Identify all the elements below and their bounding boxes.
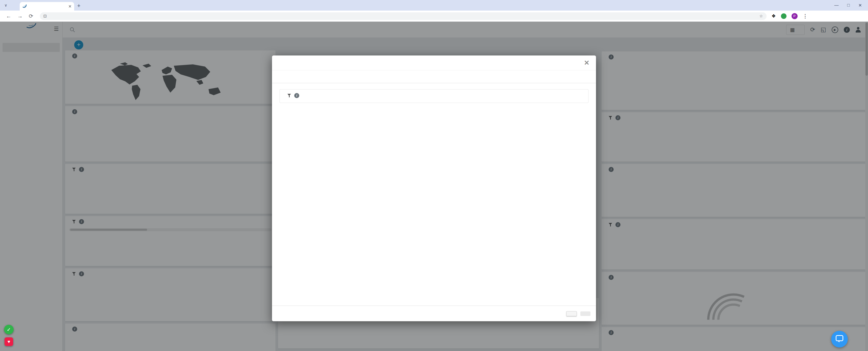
- browser-tabstrip: ∨ ✕ + — □ ✕: [0, 0, 868, 10]
- new-tab-button[interactable]: +: [77, 2, 81, 9]
- chat-bubble-icon: [836, 335, 843, 341]
- extension-green-icon[interactable]: [781, 13, 786, 19]
- browser-tab[interactable]: ✕: [20, 2, 74, 10]
- add-metric-modal: ✕ i: [272, 56, 596, 321]
- back-icon[interactable]: ←: [6, 13, 11, 19]
- status-red-button[interactable]: ♥: [4, 338, 13, 346]
- browser-toolbar: ← → ⟳ ⊡ ☆ ❖ P ⋮: [0, 10, 868, 22]
- cancel-button[interactable]: [566, 311, 577, 316]
- bookmark-star-icon[interactable]: ☆: [759, 13, 763, 19]
- save-button[interactable]: [580, 311, 590, 316]
- browser-menu-icon[interactable]: ⋮: [803, 13, 808, 19]
- forward-icon[interactable]: →: [18, 13, 23, 19]
- status-green-button[interactable]: ✓: [4, 325, 13, 334]
- extensions-puzzle-icon[interactable]: ❖: [772, 13, 776, 19]
- reload-icon[interactable]: ⟳: [29, 13, 33, 19]
- window-minimize-icon[interactable]: —: [834, 3, 838, 8]
- modal-close-icon[interactable]: ✕: [584, 59, 589, 67]
- site-settings-icon[interactable]: ⊡: [43, 13, 47, 19]
- window-close-icon[interactable]: ✕: [859, 3, 862, 8]
- window-maximize-icon[interactable]: □: [847, 3, 849, 8]
- chat-button[interactable]: [831, 331, 848, 348]
- filter-icon[interactable]: [287, 94, 291, 98]
- favicon-germain-swoosh: [22, 4, 27, 8]
- tab-close-icon[interactable]: ✕: [68, 4, 72, 9]
- portlet-preview: i: [280, 89, 588, 103]
- browser-profile-avatar[interactable]: P: [792, 13, 798, 19]
- tab-search-chevron-icon[interactable]: ∨: [2, 2, 9, 8]
- info-icon[interactable]: i: [294, 93, 299, 98]
- url-bar[interactable]: ⊡ ☆: [40, 12, 767, 20]
